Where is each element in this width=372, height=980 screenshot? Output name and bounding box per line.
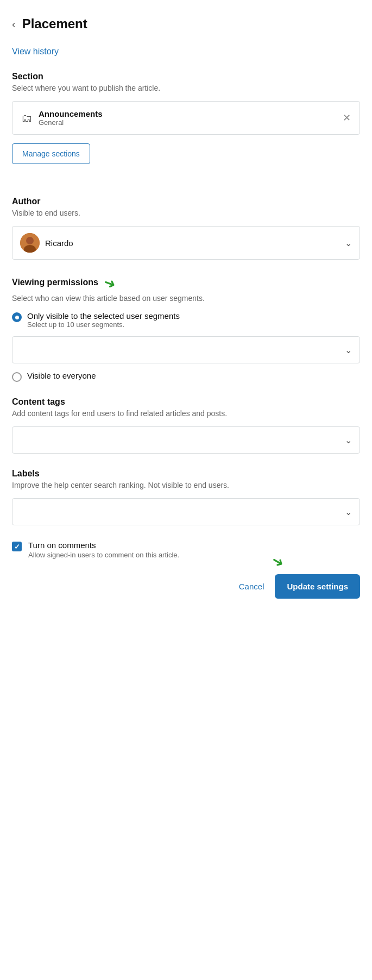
section-label: Section xyxy=(12,72,360,81)
comments-group: ✓ Turn on comments Allow signed-in users… xyxy=(12,541,360,559)
segments-chevron-icon: ⌄ xyxy=(345,345,352,355)
radio-option2-text: Visible to everyone xyxy=(27,371,96,380)
permissions-label: Viewing permissions xyxy=(12,278,98,287)
remove-section-button[interactable]: ✕ xyxy=(343,112,351,124)
labels-group: Labels Improve the help center search ra… xyxy=(12,469,360,525)
page-header: ‹ Placement xyxy=(12,11,360,32)
radio-group: Only visible to the selected user segmen… xyxy=(12,311,360,382)
content-tags-label: Content tags xyxy=(12,397,360,407)
comments-checkbox[interactable]: ✓ xyxy=(12,542,22,551)
section-description: Select where you want to publish the art… xyxy=(12,84,360,92)
content-tags-description: Add content tags for end users to find r… xyxy=(12,409,360,418)
manage-sections-button[interactable]: Manage sections xyxy=(12,143,90,164)
page-title: Placement xyxy=(22,16,87,32)
radio-option-segments[interactable]: Only visible to the selected user segmen… xyxy=(12,311,360,329)
labels-chevron-icon: ⌄ xyxy=(345,507,352,517)
footer-actions: ➜ Cancel Update settings xyxy=(12,574,360,599)
comments-text: Turn on comments Allow signed-in users t… xyxy=(28,541,179,559)
check-icon: ✓ xyxy=(14,543,20,551)
segments-dropdown[interactable]: ⌄ xyxy=(12,336,360,363)
avatar xyxy=(20,233,40,253)
section-item: 🗂 Announcements General ✕ xyxy=(12,101,360,135)
view-history-link[interactable]: View history xyxy=(12,47,59,56)
labels-label: Labels xyxy=(12,469,360,479)
viewing-permissions-group: Viewing permissions ➜ Select who can vie… xyxy=(12,275,360,382)
section-name: Announcements xyxy=(39,109,103,118)
cancel-button[interactable]: Cancel xyxy=(239,582,264,591)
author-chevron-icon: ⌄ xyxy=(345,238,352,248)
comments-checkbox-row[interactable]: ✓ Turn on comments Allow signed-in users… xyxy=(12,541,360,559)
content-tags-group: Content tags Add content tags for end us… xyxy=(12,397,360,454)
section-item-left: 🗂 Announcements General xyxy=(21,109,103,127)
permissions-header: Viewing permissions ➜ xyxy=(12,275,360,292)
radio-empty-icon xyxy=(12,372,22,382)
labels-dropdown[interactable]: ⌄ xyxy=(12,498,360,525)
author-dropdown[interactable]: Ricardo ⌄ xyxy=(12,226,360,260)
author-description: Visible to end users. xyxy=(12,209,360,217)
content-tags-chevron-icon: ⌄ xyxy=(345,435,352,445)
folder-icon: 🗂 xyxy=(21,112,32,124)
labels-description: Improve the help center search ranking. … xyxy=(12,481,360,489)
section-sub: General xyxy=(39,118,103,127)
radio-selected-icon xyxy=(12,312,22,322)
update-settings-button[interactable]: Update settings xyxy=(275,574,360,599)
content-tags-dropdown[interactable]: ⌄ xyxy=(12,426,360,454)
section-item-text: Announcements General xyxy=(39,109,103,127)
author-field-group: Author Visible to end users. Ricardo ⌄ xyxy=(12,197,360,260)
svg-point-1 xyxy=(26,237,34,244)
radio-option1-text: Only visible to the selected user segmen… xyxy=(27,311,180,329)
annotation-arrow-icon: ➜ xyxy=(101,273,118,293)
radio-option-everyone[interactable]: Visible to everyone xyxy=(12,371,360,382)
author-name: Ricardo xyxy=(45,238,73,248)
section-field-group: Section Select where you want to publish… xyxy=(12,72,360,181)
author-label: Author xyxy=(12,197,360,206)
back-button[interactable]: ‹ xyxy=(12,18,16,30)
author-selected: Ricardo xyxy=(20,233,73,253)
permissions-description: Select who can view this article based o… xyxy=(12,294,360,303)
